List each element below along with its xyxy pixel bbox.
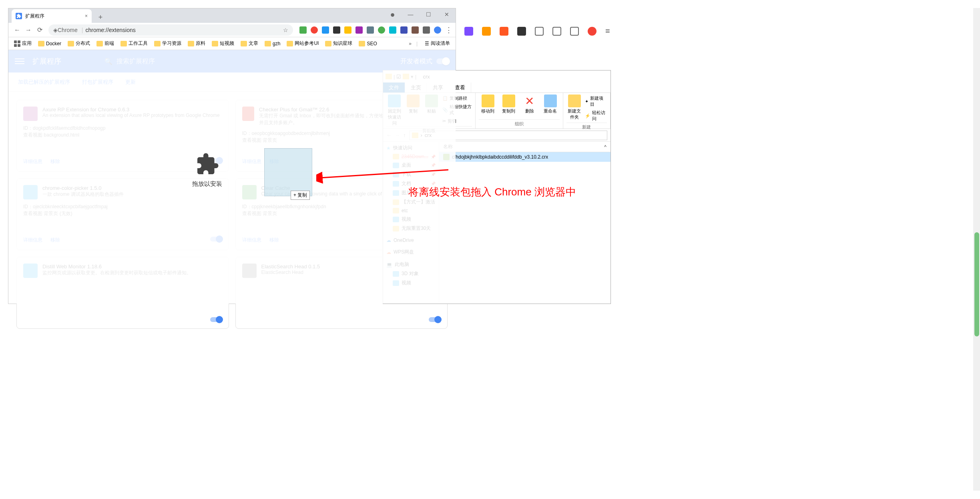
bookmark-folder[interactable]: 分布式	[65, 38, 92, 48]
ext-icon[interactable]	[500, 27, 508, 36]
page-scrollbar[interactable]	[973, 8, 980, 491]
new-folder-button[interactable]: 新建文件夹	[566, 95, 583, 120]
bookmark-folder[interactable]: 前端	[94, 38, 116, 48]
bookmark-folder[interactable]: 网站参考UI	[284, 38, 321, 48]
url-origin: Chrome	[58, 27, 78, 33]
shield-icon[interactable]	[482, 27, 491, 36]
ext-icon[interactable]	[367, 26, 374, 34]
bookmark-folder[interactable]: 知识星球	[323, 38, 355, 48]
bookmark-folder[interactable]: SEO	[356, 39, 379, 48]
delete-button[interactable]: ✕删除	[520, 95, 539, 114]
extension-icons-row: ⋮	[299, 26, 452, 34]
translate-icon[interactable]	[464, 27, 473, 36]
ext-icon[interactable]	[344, 26, 351, 34]
extension-icon	[16, 13, 22, 19]
tab-title: 扩展程序	[25, 13, 44, 20]
address-bar: ← → ⟳ ◈ Chrome | chrome://extensions ☆ ⋮	[8, 23, 456, 37]
minimize-button[interactable]: —	[402, 8, 420, 20]
window-controls: ● — ☐ ✕	[384, 8, 456, 20]
enable-toggle[interactable]	[210, 317, 222, 322]
grid-icon[interactable]	[535, 27, 544, 36]
puzzle-icon[interactable]	[423, 26, 430, 34]
ext-icon[interactable]	[333, 26, 340, 34]
star-bookmark-icon[interactable]: ☆	[283, 27, 288, 33]
bookmark-folder[interactable]: 工作工具	[118, 38, 150, 48]
extensions-page: 扩展程序 🔍 搜索扩展程序 开发者模式 加载已解压的扩展程序 打包扩展程序 更新…	[8, 50, 456, 304]
puzzle-icon	[195, 152, 219, 176]
file-name: cfhdojbkjhnklbpkdaibdccddilifddb_v3.10.2…	[452, 154, 548, 160]
drop-label: 拖放以安装	[192, 180, 222, 188]
apps-button[interactable]: 应用	[12, 38, 34, 48]
bookmarks-bar: 应用 Docker 分布式 前端 工作工具 学习资源 原料 短视频 文章 gzh…	[8, 37, 456, 50]
close-tab-icon[interactable]: ×	[85, 13, 88, 19]
bookmarks-overflow[interactable]: »	[409, 41, 412, 46]
site-info-icon[interactable]: ◈	[53, 27, 58, 33]
bookmark-folder[interactable]: gzh	[262, 39, 283, 48]
new-tab-button[interactable]: +	[95, 12, 106, 23]
reload-button[interactable]: ⟳	[34, 24, 45, 36]
bookmark-folder[interactable]: Docker	[36, 39, 64, 48]
drag-ghost	[264, 148, 312, 196]
file-row-crx[interactable]: cfhdojbkjhnklbpkdaibdccddilifddb_v3.10.2…	[439, 152, 610, 162]
rename-button[interactable]: 重命名	[541, 95, 560, 114]
column-header[interactable]: 名称 ^	[439, 142, 610, 152]
url-field[interactable]: ◈ Chrome | chrome://extensions ☆	[48, 24, 293, 36]
ext-icon[interactable]	[400, 26, 408, 34]
tab-strip: 扩展程序 × + ● — ☐ ✕	[8, 8, 456, 23]
ribbon-group-new: 新建文件夹 ✦新建项目 ⚡轻松访问 新建	[563, 93, 610, 129]
ext-icon[interactable]	[322, 26, 329, 34]
bookmark-folder[interactable]: 文章	[238, 38, 261, 48]
browser-tab[interactable]: 扩展程序 ×	[12, 9, 92, 23]
chrome-browser-window: 扩展程序 × + ● — ☐ ✕ ← → ⟳ ◈ Chrome | chrome…	[8, 8, 456, 304]
forward-button[interactable]: →	[23, 24, 34, 36]
ext-icon[interactable]	[412, 26, 419, 34]
menu-button[interactable]: ⋮	[445, 26, 452, 34]
reading-list-button[interactable]: ☰ 阅读清单	[422, 38, 452, 48]
ext-icon[interactable]	[389, 26, 396, 34]
bookmark-folder[interactable]: 短视频	[209, 38, 237, 48]
back-button[interactable]: ←	[12, 24, 23, 36]
scroll-thumb[interactable]	[974, 232, 979, 336]
menu-icon[interactable]: ≡	[605, 26, 610, 36]
drop-overlay	[8, 50, 456, 304]
ext-icon[interactable]	[355, 26, 363, 34]
moveto-button[interactable]: 移动到	[479, 95, 497, 114]
annotation-text: 将离线安装包拖入 Chrome 浏览器中	[408, 185, 576, 199]
url-text: chrome://extensions	[85, 27, 135, 33]
record-icon[interactable]	[588, 27, 596, 36]
ext-icon[interactable]	[378, 26, 385, 34]
copy-hint-tooltip: + 复制	[291, 191, 310, 200]
close-window-button[interactable]: ✕	[438, 8, 456, 20]
battery-icon[interactable]	[570, 27, 579, 36]
add-icon[interactable]	[517, 27, 526, 36]
bookmark-folder[interactable]: 学习资源	[152, 38, 184, 48]
drop-install-target[interactable]: 拖放以安装	[192, 152, 222, 188]
panel-icon[interactable]	[552, 27, 561, 36]
maximize-button[interactable]: ☐	[420, 8, 438, 20]
enable-toggle[interactable]	[429, 317, 441, 322]
copyto-button[interactable]: 复制到	[500, 95, 518, 114]
easy-access-button[interactable]: ⚡轻松访问	[585, 110, 607, 122]
ext-icon[interactable]	[299, 26, 307, 34]
new-item-button[interactable]: ✦新建项目	[585, 95, 607, 107]
file-list: 名称 ^ cfhdojbkjhnklbpkdaibdccddilifddb_v3…	[439, 142, 610, 304]
profile-avatar-icon[interactable]	[434, 26, 441, 34]
ext-icon[interactable]	[311, 26, 318, 34]
bookmark-folder[interactable]: 原料	[185, 38, 208, 48]
ribbon-group-organize: 移动到 复制到 ✕删除 重命名 组织	[476, 93, 563, 129]
reading-list-icon: ☰	[425, 41, 429, 46]
account-icon[interactable]: ●	[384, 8, 402, 20]
right-extension-toolbar: ≡	[464, 26, 610, 36]
